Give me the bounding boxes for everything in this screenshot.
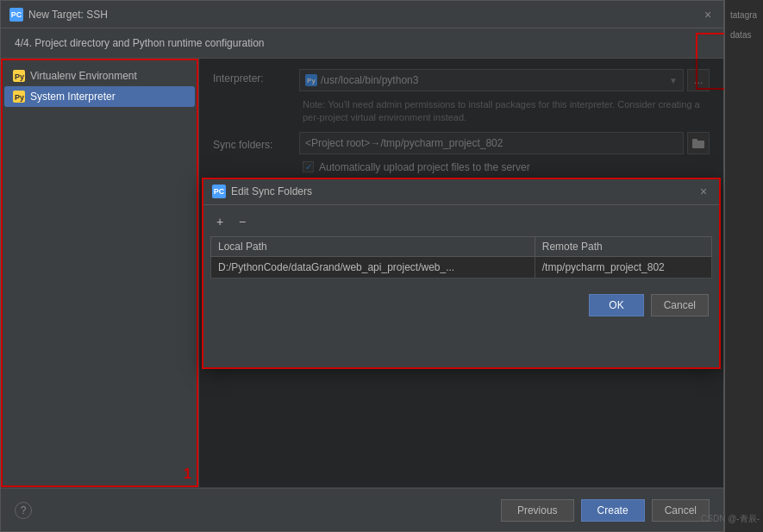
title-bar: PC New Target: SSH × (1, 1, 723, 28)
dialog-title: New Target: SSH (28, 9, 108, 21)
ok-button[interactable]: OK (589, 294, 643, 316)
help-button[interactable]: ? (15, 502, 32, 519)
left-panel: 1 Py Virtualenv Environment Py System In… (1, 59, 199, 487)
watermark: CSDN @-青辰- (701, 513, 760, 525)
modal-overlay: 3 PC Edit Sync Folders × (199, 59, 723, 487)
modal-close-button[interactable]: × (697, 185, 710, 198)
right-panel: Interpreter: Py /usr/local/bin/python3 ▼… (199, 59, 723, 487)
main-dialog: PC New Target: SSH × 4/4. Project direct… (0, 0, 724, 532)
sync-row[interactable]: D:/PythonCode/dataGrand/web_api_project/… (211, 256, 712, 278)
local-path-header: Local Path (211, 236, 535, 256)
bottom-buttons: Previous Create Cancel (501, 499, 710, 522)
sync-folders-table: Local Path Remote Path D:/PythonCode/dat… (210, 236, 712, 279)
step-text: 4/4. Project directory and Python runtim… (15, 37, 265, 49)
add-sync-button[interactable]: + (210, 212, 229, 231)
modal-footer: OK Cancel (203, 285, 719, 325)
virtualenv-icon: Py (13, 70, 25, 82)
edit-sync-dialog: 3 PC Edit Sync Folders × (203, 178, 720, 368)
modal-title-text: Edit Sync Folders (231, 185, 312, 197)
annotation-1: 1 (184, 466, 191, 482)
modal-pycharm-icon: PC (212, 185, 226, 198)
annotation-border-1 (1, 59, 198, 487)
previous-button[interactable]: Previous (501, 499, 574, 522)
right-edge-content-1: tatagra datas (725, 0, 763, 50)
virtualenv-label: Virtualenv Environment (30, 70, 137, 82)
modal-title-bar: PC Edit Sync Folders × (203, 179, 719, 205)
svg-text:Py: Py (15, 93, 24, 102)
modal-content: + − Local Path Remote Path (203, 205, 719, 285)
sidebar-item-virtualenv[interactable]: Py Virtualenv Environment (4, 66, 195, 86)
remove-sync-button[interactable]: − (233, 212, 252, 231)
content-area: 1 Py Virtualenv Environment Py System In… (1, 59, 723, 487)
svg-text:Py: Py (15, 72, 24, 81)
system-interpreter-label: System Interpreter (30, 91, 116, 103)
close-button[interactable]: × (701, 8, 715, 22)
local-path-cell: D:/PythonCode/dataGrand/web_api_project/… (211, 256, 535, 278)
remote-path-header: Remote Path (535, 236, 711, 256)
sidebar-item-system-interpreter[interactable]: Py System Interpreter (4, 86, 195, 107)
step-header: 4/4. Project directory and Python runtim… (1, 28, 723, 59)
modal-title-left: PC Edit Sync Folders (212, 185, 312, 198)
pycharm-icon: PC (9, 8, 23, 22)
cancel-button[interactable]: Cancel (651, 294, 709, 316)
sync-toolbar: + − (210, 212, 712, 231)
right-edge-panel: tatagra datas (724, 0, 763, 532)
create-button[interactable]: Create (581, 499, 645, 522)
title-bar-left: PC New Target: SSH (9, 8, 108, 22)
system-interpreter-icon: Py (13, 91, 25, 103)
bottom-bar: ? Previous Create Cancel (1, 488, 723, 531)
remote-path-cell: /tmp/pycharm_project_802 (535, 256, 711, 278)
